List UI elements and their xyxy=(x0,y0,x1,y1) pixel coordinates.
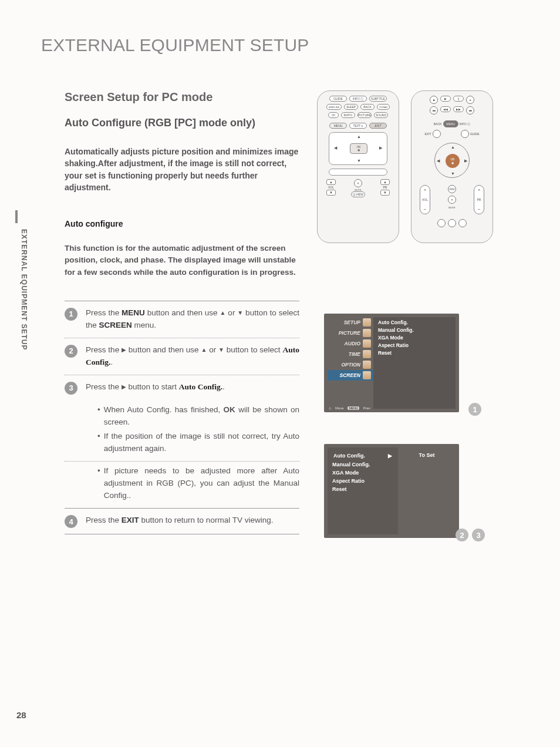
step-1-text: Press the MENU button and then use ▲ or … xyxy=(86,307,299,332)
mute-button: ✕ xyxy=(354,179,362,187)
osd-item-picture: PICTURE xyxy=(328,328,373,338)
triangle-down-icon: ▼ xyxy=(237,310,243,316)
pr-rocker: ▲ PR ▼ xyxy=(380,179,390,196)
step-3: 3 Press the ▶ button to start Auto Confi… xyxy=(65,375,299,401)
osd-step-badges-23: 2 3 xyxy=(456,529,485,541)
step-number-4: 4 xyxy=(65,515,77,528)
step-3-text: Press the ▶ button to start Auto Config.… xyxy=(86,381,225,393)
skip-next-icon: ⏭ xyxy=(466,106,474,115)
pause-icon: ∥ xyxy=(453,96,464,102)
misc-circle xyxy=(437,219,446,227)
skip-prev-icon: ⏮ xyxy=(430,106,438,115)
osd-item-screen: SCREEN xyxy=(328,370,373,381)
sub-title: Auto Configure (RGB [PC] mode only) xyxy=(65,117,299,129)
osd2-left-panel: Auto Config.▶ Manual Config. XGA Mode As… xyxy=(328,447,398,534)
page-number: 28 xyxy=(16,710,26,720)
iii-button: I/II xyxy=(328,112,339,118)
osd-right-column: Auto Config. Manual Config. XGA Mode Asp… xyxy=(373,317,456,409)
osd-footer: ◇Move MENUPrev. xyxy=(329,406,371,410)
back-button: BACK xyxy=(360,104,375,110)
long-button xyxy=(329,169,387,176)
sleep-button: SLEEP xyxy=(344,104,358,110)
misc-circle xyxy=(458,219,467,227)
subtitle-button: SUBTITLE xyxy=(369,96,387,102)
nav-left-icon: ◀ xyxy=(437,159,440,163)
triangle-up-icon: ▲ xyxy=(220,310,226,316)
mute-button: ✕ xyxy=(448,196,456,204)
nav-up-icon: ▲ xyxy=(451,145,455,149)
triangle-right-icon: ▶ xyxy=(388,453,392,459)
step-3-bullets-b: If picture needs to be adjusted more aft… xyxy=(65,462,299,509)
vol-rocker: +VOL− xyxy=(420,185,430,214)
rewind-icon: ◀◀ xyxy=(440,106,451,112)
forward-icon: ▶▶ xyxy=(453,106,464,112)
step-2: 2 Press the ▶ button and then use ▲ or ▼… xyxy=(65,338,299,375)
remote-illustrations: GUIDE INFO ⓘ SUBTITLE SIMPLINK SLEEP BAC… xyxy=(317,90,525,243)
fav-button: FAV xyxy=(448,185,456,193)
tvradio-button: TV/RAD xyxy=(377,104,390,110)
section-title: Screen Setup for PC mode xyxy=(65,90,299,104)
osd-left-column: SETUP PICTURE AUDIO TIME OPTION SCREEN xyxy=(328,317,373,409)
osd-item-option: OPTION xyxy=(328,359,373,370)
step-4: 4 Press the EXIT button to return to nor… xyxy=(65,509,299,534)
remote-2: ■ ▶ ∥ ● ⏮ ◀◀ ▶▶ ⏭ BACK MENU INFO ⓘ xyxy=(411,90,493,243)
side-tab-accent xyxy=(15,210,18,223)
remote-1: GUIDE INFO ⓘ SUBTITLE SIMPLINK SLEEP BAC… xyxy=(317,90,399,243)
guide-circle xyxy=(461,130,469,138)
step-2-text: Press the ▶ button and then use ▲ or ▼ b… xyxy=(86,344,299,369)
step-number-2: 2 xyxy=(65,345,77,358)
triangle-right-icon: ▶ xyxy=(122,384,126,390)
simplink-button: SIMPLINK xyxy=(326,104,342,110)
nav-left-icon: ◀ xyxy=(334,146,337,150)
triangle-right-icon: ▶ xyxy=(122,347,126,353)
triangle-down-icon: ▼ xyxy=(218,347,224,353)
menu-button: MENU xyxy=(329,123,347,129)
pr-rocker: +PR− xyxy=(474,185,484,214)
osd-menu-1: SETUP PICTURE AUDIO TIME OPTION SCREEN A… xyxy=(324,314,459,412)
osd2-right-panel: To Set xyxy=(398,447,456,534)
step-number-1: 1 xyxy=(65,308,77,321)
guide-button: GUIDE xyxy=(329,96,347,102)
record-icon: ● xyxy=(466,96,474,104)
nav-right-icon: ▶ xyxy=(379,146,382,150)
steps-list: 1 Press the MENU button and then use ▲ o… xyxy=(65,301,299,534)
ok-button: OK◉ xyxy=(446,154,460,168)
qview-button: Q.VIEW xyxy=(351,191,365,197)
menu-button: MENU xyxy=(443,120,458,127)
sub-heading: Auto configure xyxy=(65,219,299,228)
triangle-up-icon: ▲ xyxy=(201,347,207,353)
text-button: TEXT ≡ xyxy=(349,123,367,129)
nav-right-icon: ▶ xyxy=(464,159,467,163)
osd-menu-2: Auto Config.▶ Manual Config. XGA Mode As… xyxy=(324,444,459,538)
ok-button: OK◉ xyxy=(350,143,367,154)
osd-item-audio: AUDIO xyxy=(328,338,373,349)
step-number-3: 3 xyxy=(65,382,77,395)
step-1: 1 Press the MENU button and then use ▲ o… xyxy=(65,301,299,338)
exit-circle xyxy=(433,130,441,138)
nav-cluster: ▲ ▼ ◀ ▶ OK◉ xyxy=(329,132,387,165)
info-button: INFO ⓘ xyxy=(349,96,367,102)
misc-circle xyxy=(448,219,456,227)
ratio-button: RATIO xyxy=(341,112,355,118)
osd-step-badge-1: 1 xyxy=(468,403,481,416)
nav-up-icon: ▲ xyxy=(357,134,361,139)
nav-down-icon: ▼ xyxy=(357,159,361,163)
side-tab-label: EXTERNAL EQUIPMENT SETUP xyxy=(20,229,28,350)
exit-button: EXIT xyxy=(369,123,387,129)
picture-button: PICTURE xyxy=(357,112,372,118)
osd2-item-autoconfig: Auto Config.▶ xyxy=(332,452,393,459)
stop-icon: ■ xyxy=(430,96,438,104)
nav-ring: ▲ ▼ ◀ ▶ OK◉ xyxy=(434,143,470,178)
step-4-text: Press the EXIT button to return to norma… xyxy=(86,514,273,527)
description-paragraph: This function is for the automatic adjus… xyxy=(65,243,299,278)
intro-paragraph: Automatically adjusts picture position a… xyxy=(65,146,299,193)
osd-item-setup: SETUP xyxy=(328,317,373,328)
nav-down-icon: ▼ xyxy=(451,171,455,176)
page-title: EXTERNAL EQUIPMENT SETUP xyxy=(41,35,525,55)
vol-rocker: ▲ VOL ▼ xyxy=(326,179,336,196)
osd-item-time: TIME xyxy=(328,349,373,359)
play-icon: ▶ xyxy=(440,96,451,102)
sound-button: SOUND xyxy=(374,112,388,118)
step-3-bullets-a: When Auto Config. has finished, OK will … xyxy=(65,401,299,462)
